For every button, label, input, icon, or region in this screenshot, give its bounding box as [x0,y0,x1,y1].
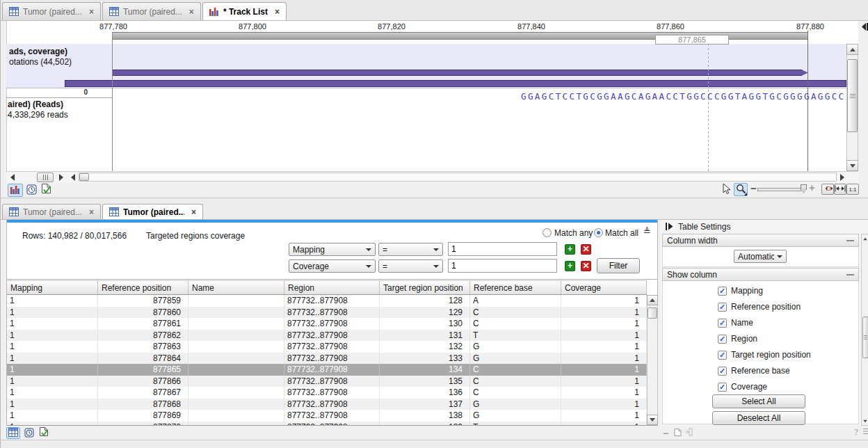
collapse-filter-icon[interactable]: ≜ [643,226,651,237]
column-header-region[interactable]: Region [284,281,380,294]
zoom-slider[interactable] [757,188,803,191]
remove-filter-button[interactable]: ✕ [581,261,591,271]
scroll-up-button[interactable] [647,295,658,305]
column-width-section-header[interactable]: Column width [662,234,859,247]
checkbox-checked-icon[interactable]: ✓ [718,351,727,360]
scroll-up-button[interactable] [862,235,868,242]
remove-filter-button[interactable]: ✕ [581,244,591,255]
column-header-mapping[interactable]: Mapping [7,281,98,294]
filter-operator-select-1[interactable]: = [378,243,443,256]
collapse-left-icon[interactable] [861,22,868,33]
reference-sequence[interactable]: GGAGCTCCTGCGGAAGCAGAACCTGGCCCGGTAGGTGCGG… [521,91,846,103]
add-filter-button[interactable]: + [565,261,575,271]
close-icon[interactable]: × [191,207,196,217]
annotation-feature-arrow[interactable] [112,70,808,76]
checkbox-checked-icon[interactable]: ✓ [718,319,727,328]
filter-column-select-2[interactable]: Coverage [289,259,376,273]
splitter-handle[interactable] [37,173,54,182]
checkbox-checked-icon[interactable]: ✓ [718,303,727,312]
float-panel-icon[interactable] [674,428,682,438]
column-header-coverage[interactable]: Coverage [561,281,647,294]
column-header-reference-position[interactable]: Reference position [98,281,188,294]
scroll-down-button[interactable] [846,160,858,171]
table-scroll-thumb[interactable] [648,307,657,319]
checkbox-checked-icon[interactable]: ✓ [718,287,727,296]
show-column-option[interactable]: ✓Region [718,334,757,344]
table-row[interactable]: 1877862877732..877908131T1 [7,330,647,342]
tab-tumor-paired-[interactable]: Tumor (paired...× [2,204,101,219]
table-row[interactable]: 1877869877732..877908138G1 [7,410,647,422]
selection-tool-button[interactable] [721,183,732,198]
scroll-up-button[interactable] [846,44,858,55]
table-row[interactable]: 1877859877732..877908128A1 [7,295,647,307]
log-list-icon[interactable] [863,428,868,436]
show-column-option[interactable]: ✓Mapping [718,286,763,296]
table-row[interactable]: 1877863877732..877908132G1 [7,341,647,353]
zoom-tool-button[interactable] [734,183,748,196]
column-header-target-region-position[interactable]: Target region position [380,281,470,294]
zoom-100-button[interactable]: 1:1 [846,184,859,195]
annotation-feature-bar[interactable] [65,80,846,87]
scroll-down-button[interactable] [647,415,658,425]
column-header-reference-base[interactable]: Reference base [470,281,561,294]
horizontal-splitter[interactable] [1,198,868,203]
scroll-down-button[interactable] [862,417,868,424]
horizontal-scroll-thumb[interactable] [79,173,89,181]
element-info-view-button[interactable] [40,184,51,195]
add-filter-button[interactable]: + [565,244,575,255]
deselect-all-button[interactable]: Deselect All [712,411,805,425]
track-scroll-thumb[interactable] [847,59,858,132]
show-column-option[interactable]: ✓Target region position [718,350,811,360]
table-row[interactable]: 1877868877732..877908137G1 [7,399,647,410]
help-icon[interactable]: ? [854,426,858,438]
dock-panel-icon[interactable] [684,428,693,438]
table-row[interactable]: 1877867877732..877908136C1 [7,387,647,399]
track-horizontal-scrollbar[interactable] [79,173,837,182]
show-column-option[interactable]: ✓Reference base [718,366,790,376]
scroll-right-button[interactable] [838,173,846,182]
filter-operator-select-2[interactable]: = [378,259,443,273]
table-row[interactable]: 1877864877732..877908133G1 [7,353,647,365]
tab--track-list[interactable]: * Track List× [202,2,287,20]
zoom-in-button[interactable]: + [809,182,815,193]
minimize-panel-icon[interactable]: − [663,428,668,439]
zoom-to-selection-button[interactable] [821,184,834,195]
track-layout-view-button[interactable] [8,184,23,197]
history-view-button[interactable] [24,429,34,438]
filter-column-select-1[interactable]: Mapping [289,243,376,256]
tab-tumor-paired-[interactable]: Tumor (paired...× [102,2,201,20]
table-row[interactable]: 1877860877732..877908129C1 [7,307,647,319]
filter-value-input-2[interactable] [448,259,557,273]
close-icon[interactable]: × [189,7,194,17]
show-column-option[interactable]: ✓Name [718,318,753,328]
fit-width-button[interactable] [834,184,846,195]
pan-right-button[interactable] [56,173,66,182]
settings-scroll-thumb[interactable] [862,317,868,358]
pan-left-button[interactable] [8,173,17,182]
close-icon[interactable]: × [89,207,94,217]
column-width-select[interactable]: Automatic [734,250,787,263]
tab-tumor-paired-[interactable]: Tumor (paired...× [102,204,203,219]
checkbox-checked-icon[interactable]: ✓ [718,383,727,392]
table-row[interactable]: 1877866877732..877908135C1 [7,376,647,387]
table-row[interactable]: 1877865877732..877908134C1 [7,364,647,376]
show-column-option[interactable]: ✓Reference position [718,302,801,312]
table-view-button[interactable] [6,427,20,439]
match-all-radio[interactable] [594,228,603,237]
table-row[interactable]: 1877861877732..877908130C1 [7,318,647,330]
tab-tumor-paired-[interactable]: Tumor (paired...× [2,2,101,20]
show-column-section-header[interactable]: Show column [662,268,859,281]
filter-value-input-1[interactable] [448,242,557,256]
element-info-view-button[interactable] [38,427,49,438]
column-header-name[interactable]: Name [188,281,284,294]
history-view-button[interactable] [26,185,37,195]
select-all-button[interactable]: Select All [712,394,805,408]
match-any-radio[interactable] [542,228,552,237]
close-icon[interactable]: × [89,7,94,17]
close-icon[interactable]: × [275,7,280,17]
show-column-option[interactable]: ✓Coverage [718,382,767,392]
zoom-out-button[interactable]: − [750,182,757,194]
zoom-slider-thumb[interactable] [801,184,807,193]
checkbox-checked-icon[interactable]: ✓ [718,367,727,376]
scroll-left-button[interactable] [69,173,77,182]
